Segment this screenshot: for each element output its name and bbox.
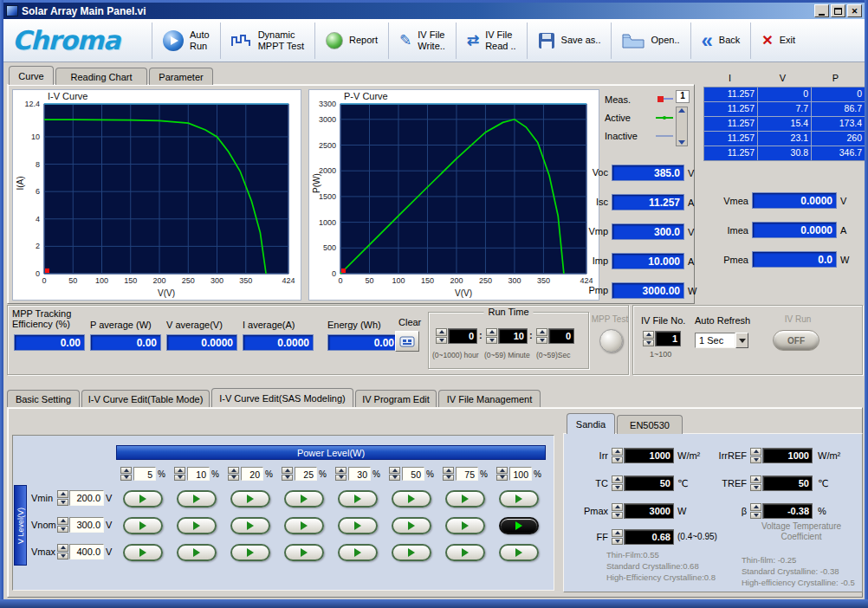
spin-down-icon[interactable] <box>750 456 761 464</box>
vmin-value[interactable]: 200.0 <box>69 490 104 506</box>
spin-down-icon[interactable] <box>335 475 347 482</box>
beta-value[interactable]: -0.38 <box>762 503 813 519</box>
tab-iv-curve-edit-table-mode[interactable]: I-V Curve Edit(Table Mode) <box>81 390 210 407</box>
spin-up-icon[interactable] <box>335 467 347 474</box>
spin-up-icon[interactable] <box>750 448 761 456</box>
run-time-minute-field[interactable]: 10 <box>486 328 528 344</box>
spin-up-icon[interactable] <box>389 467 400 474</box>
iv-file-read-button[interactable]: IV FileRead .. <box>457 21 526 61</box>
spin-down-icon[interactable] <box>750 484 761 492</box>
spin-down-icon[interactable] <box>612 456 623 464</box>
save-as-button[interactable]: Save as.. <box>528 21 611 61</box>
run-time-hour-field[interactable]: 0 <box>436 328 477 344</box>
open-button[interactable]: Open.. <box>612 21 689 61</box>
spin-down-icon[interactable] <box>120 475 132 482</box>
report-button[interactable]: Report <box>316 21 387 61</box>
iv-file-write-button[interactable]: IV FileWrite.. <box>390 21 455 61</box>
irrref-value[interactable]: 1000 <box>762 448 813 463</box>
spin-down-icon[interactable] <box>436 337 447 345</box>
tab-curve[interactable]: Curve <box>9 66 54 85</box>
play-button-vnom-10[interactable] <box>177 517 217 534</box>
close-button[interactable]: ✕ <box>847 4 862 17</box>
spin-down-icon[interactable] <box>612 484 623 492</box>
play-button-vmin-100[interactable] <box>499 490 539 508</box>
play-button-vnom-30[interactable] <box>338 517 378 534</box>
tab-en50530[interactable]: EN50530 <box>617 415 683 434</box>
spinner[interactable] <box>57 490 68 506</box>
vmin-field[interactable]: 200.0 <box>57 490 104 506</box>
spin-up-icon[interactable] <box>750 475 761 483</box>
spin-down-icon[interactable] <box>443 475 454 482</box>
beta-field[interactable]: -0.38 <box>750 503 813 519</box>
dynamic-mppt-test-button[interactable]: DynamicMPPT Test <box>222 21 314 61</box>
power-level-value-75[interactable]: 75 <box>456 467 478 481</box>
scroll-up-icon[interactable] <box>678 108 685 113</box>
exit-button[interactable]: Exit <box>752 21 805 61</box>
play-button-vmin-10[interactable] <box>177 490 217 508</box>
vnom-field[interactable]: 300.0 <box>57 517 104 533</box>
play-button-vmin-50[interactable] <box>392 490 431 508</box>
spin-up-icon[interactable] <box>57 544 68 552</box>
tab-reading-chart[interactable]: Reading Chart <box>55 68 147 85</box>
spinner[interactable] <box>57 517 68 533</box>
table-index-box[interactable]: 1 <box>676 90 690 103</box>
play-button-vmin-30[interactable] <box>338 490 378 508</box>
play-button-vmax-10[interactable] <box>177 544 217 561</box>
spin-up-icon[interactable] <box>57 517 68 525</box>
spinner[interactable] <box>486 328 497 344</box>
play-button-vnom-100[interactable] <box>499 517 539 534</box>
power-level-value-100[interactable]: 100 <box>509 467 532 481</box>
spinner[interactable] <box>57 544 68 559</box>
spin-down-icon[interactable] <box>486 337 497 345</box>
power-level-value-5[interactable]: 5 <box>133 467 156 481</box>
spin-up-icon[interactable] <box>443 467 454 474</box>
iv-file-no-value[interactable]: 1 <box>655 331 681 346</box>
play-button-vnom-20[interactable] <box>230 517 270 534</box>
spinner[interactable] <box>750 448 761 463</box>
irr-value[interactable]: 1000 <box>624 448 674 463</box>
spin-down-icon[interactable] <box>612 538 623 546</box>
spin-down-icon[interactable] <box>612 512 623 520</box>
play-button-vnom-25[interactable] <box>284 517 324 534</box>
play-button-vnom-50[interactable] <box>392 517 431 534</box>
iv-run-toggle[interactable]: OFF <box>773 330 819 351</box>
play-button-vmax-20[interactable] <box>230 544 270 561</box>
tab-parameter[interactable]: Parameter <box>149 68 213 85</box>
dropdown-arrow-icon[interactable] <box>735 333 748 348</box>
vmax-field[interactable]: 400.0 <box>57 544 104 559</box>
spin-up-icon[interactable] <box>536 328 547 336</box>
spin-down-icon[interactable] <box>496 475 508 482</box>
spin-down-icon[interactable] <box>282 475 293 482</box>
run-time-sec-value[interactable]: 0 <box>548 328 574 344</box>
run-time-hour-value[interactable]: 0 <box>448 328 477 344</box>
spin-up-icon[interactable] <box>486 328 497 336</box>
vnom-value[interactable]: 300.0 <box>69 517 104 533</box>
title-bar[interactable]: Solar Array Main Panel.vi ✕ <box>3 3 865 19</box>
spin-down-icon[interactable] <box>389 475 400 482</box>
spin-down-icon[interactable] <box>750 512 761 520</box>
auto-refresh-value[interactable]: 1 Sec <box>695 333 735 348</box>
spinner[interactable] <box>612 448 623 463</box>
play-button-vmax-25[interactable] <box>284 544 324 561</box>
ff-value[interactable]: 0.68 <box>624 529 674 545</box>
spin-down-icon[interactable] <box>57 553 68 560</box>
spin-up-icon[interactable] <box>750 503 761 511</box>
spin-down-icon[interactable] <box>174 475 185 482</box>
tab-iv-curve-edit-sas-modeling[interactable]: I-V Curve Edit(SAS Modeling) <box>211 388 353 407</box>
play-button-vmin-25[interactable] <box>284 490 324 508</box>
scroll-down-icon[interactable] <box>678 140 685 145</box>
play-button-vmin-75[interactable] <box>445 490 485 508</box>
spinner[interactable] <box>282 467 293 481</box>
clear-button[interactable] <box>395 331 419 352</box>
spinner[interactable] <box>643 331 654 346</box>
spinner[interactable] <box>612 475 623 491</box>
ff-field[interactable]: 0.68 <box>612 529 674 545</box>
tab-iv-program-edit[interactable]: IV Program Edit <box>355 390 437 407</box>
spin-up-icon[interactable] <box>436 328 447 336</box>
spin-down-icon[interactable] <box>536 337 547 345</box>
spinner[interactable] <box>389 467 400 481</box>
mpp-test-button[interactable] <box>599 329 623 353</box>
play-button-vmax-30[interactable] <box>338 544 378 561</box>
tref-value[interactable]: 50 <box>762 475 813 491</box>
spin-up-icon[interactable] <box>120 467 132 474</box>
